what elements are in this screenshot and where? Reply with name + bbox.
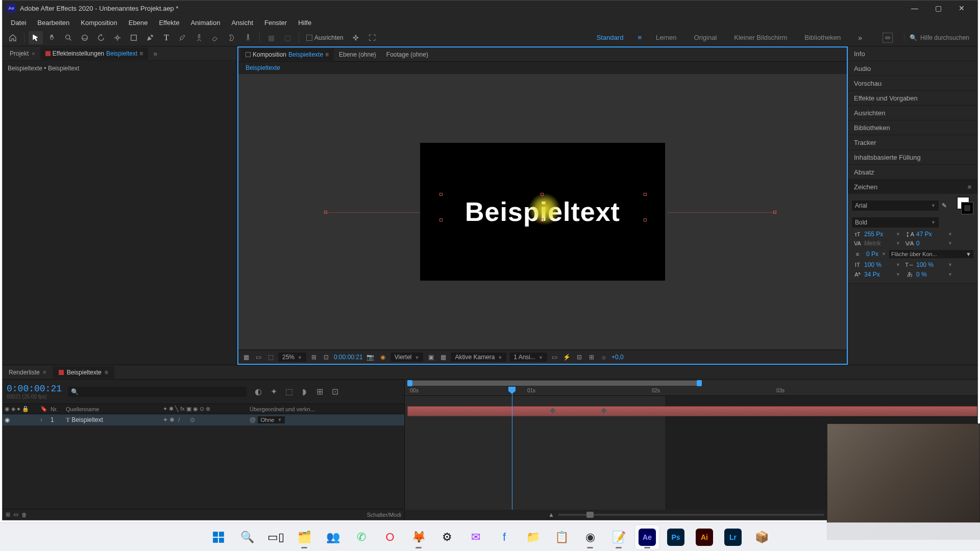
alpha-toggle[interactable]: ▦ <box>241 353 251 361</box>
puppet-tool[interactable] <box>241 31 255 44</box>
time-ruler[interactable]: :00s 01s 02s 03s <box>405 387 977 396</box>
tl-shy-toggle[interactable]: ◐ <box>253 386 264 397</box>
menu-ansicht[interactable]: Ansicht <box>226 17 258 28</box>
tsume-value[interactable]: 0 % <box>916 271 947 278</box>
mask-toggle[interactable]: ⬚ <box>266 353 275 361</box>
work-area-bar[interactable] <box>407 381 702 386</box>
col-nr[interactable]: Nr. <box>48 406 64 412</box>
home-tool[interactable] <box>6 31 20 44</box>
timeline-search[interactable]: 🔍 <box>68 387 247 397</box>
stroke-color-swatch[interactable] <box>961 202 973 214</box>
vscale-value[interactable]: 100 % <box>864 261 895 268</box>
parent-select[interactable]: Ohne▼ <box>258 416 285 423</box>
current-timecode[interactable]: 0:00:00:21 <box>7 384 62 394</box>
panel-absatz[interactable]: Absatz <box>848 165 977 179</box>
tl-delete[interactable]: 🗑 <box>21 512 27 518</box>
keyframe[interactable] <box>601 408 606 413</box>
hand-tool[interactable] <box>45 31 59 44</box>
zoom-out[interactable]: ▲ <box>548 511 554 518</box>
menu-ebene[interactable]: Ebene <box>124 17 153 28</box>
tab-renderliste[interactable]: Renderliste× <box>3 366 53 379</box>
layer-bar-1[interactable] <box>407 406 977 416</box>
task-view[interactable]: ▭▯ <box>263 525 288 549</box>
layer-visibility[interactable]: ◉ <box>5 416 10 423</box>
baseline-value[interactable]: 34 Px <box>864 271 895 278</box>
layer-expand[interactable]: › <box>40 416 42 423</box>
taskbar-obs[interactable]: ◉ <box>578 525 602 549</box>
tl-fx-toggle[interactable]: ✦ <box>268 386 279 397</box>
ws-biblio[interactable]: Bibliotheken <box>801 32 844 43</box>
selection-tool[interactable] <box>29 31 43 44</box>
taskbar-search[interactable]: 🔍 <box>235 525 259 549</box>
menu-effekte[interactable]: Effekte <box>154 17 184 28</box>
taskbar-firefox[interactable]: 🦊 <box>406 525 431 549</box>
ws-scope-icon[interactable]: ▭ <box>883 33 893 43</box>
brush-tool[interactable] <box>176 31 190 44</box>
tl-graph-editor[interactable]: ⊞ <box>314 386 325 397</box>
channel-toggle[interactable]: ▭ <box>254 353 263 361</box>
ws-overflow[interactable]: » <box>855 34 865 42</box>
camera-select[interactable]: Aktive Kamera▼ <box>451 353 506 362</box>
roto-tool[interactable] <box>225 31 239 44</box>
menu-datei[interactable]: Datei <box>6 17 31 28</box>
panel-content-aware[interactable]: Inhaltsbasierte Füllung <box>848 150 977 164</box>
taskbar-messenger[interactable]: ✉ <box>463 525 488 549</box>
taskbar-teams[interactable]: 👥 <box>321 525 345 549</box>
tab-timeline-comp[interactable]: Beispieltexte ≡ <box>53 366 114 379</box>
panel-tracker[interactable]: Tracker <box>848 135 977 149</box>
panel-info[interactable]: Info <box>848 46 977 61</box>
panel-vorschau[interactable]: Vorschau <box>848 76 977 90</box>
composition-viewport[interactable]: Beispieltext <box>238 74 847 349</box>
zoom-select[interactable]: 25%▼ <box>278 353 306 362</box>
taskbar-lr[interactable]: Lr <box>721 525 745 549</box>
taskbar-app3[interactable]: 📦 <box>749 525 774 549</box>
hscale-value[interactable]: 100 % <box>916 261 947 268</box>
taskbar-notepad[interactable]: 📝 <box>606 525 631 549</box>
tab-ebene[interactable]: Ebene (ohne) <box>334 48 381 61</box>
close-button[interactable]: ✕ <box>950 1 973 16</box>
taskbar-ps[interactable]: Ps <box>664 525 688 549</box>
fast-preview[interactable]: ⚡ <box>562 353 572 361</box>
col-parent[interactable]: Übergeordnet und verkn... <box>248 406 404 412</box>
col-name[interactable]: Quellenname <box>64 406 161 412</box>
parent-pickwhip[interactable]: @ <box>250 416 256 423</box>
keyframe[interactable] <box>550 408 555 413</box>
views-select[interactable]: 1 Ansi...▼ <box>509 353 547 362</box>
fill-swatch[interactable]: ▦ <box>264 31 278 44</box>
work-area-end[interactable] <box>697 380 702 386</box>
taskbar-app1[interactable]: ⚙ <box>435 525 459 549</box>
tab-komposition[interactable]: Komposition Beispieltexte ≡ <box>240 48 334 61</box>
roi-toggle[interactable]: ▣ <box>426 353 435 361</box>
font-size-value[interactable]: 255 Px <box>864 231 895 238</box>
clone-tool[interactable] <box>192 31 206 44</box>
tab-footage[interactable]: Footage (ohne) <box>381 48 433 61</box>
taskbar-explorer[interactable]: 🗂️ <box>292 525 316 549</box>
menu-komposition[interactable]: Komposition <box>76 17 122 28</box>
snapshot-button[interactable]: 📷 <box>366 353 375 361</box>
color-mgmt[interactable]: ◉ <box>378 353 387 361</box>
eraser-tool[interactable] <box>208 31 223 44</box>
comp-text-layer[interactable]: Beispieltext <box>465 196 620 227</box>
anchor-tool[interactable] <box>110 31 125 44</box>
tl-toggle-switches[interactable]: ⊞ <box>6 511 10 518</box>
transparency-grid[interactable]: ▦ <box>438 353 448 361</box>
taskbar-whatsapp[interactable]: ✆ <box>349 525 374 549</box>
panel-zeichen[interactable]: Zeichen≡ <box>848 180 977 194</box>
resolution-select[interactable]: Viertel▼ <box>390 353 424 362</box>
tracking-value[interactable]: 0 <box>916 240 947 247</box>
exposure-reset[interactable]: ☼ <box>599 353 608 361</box>
work-area-start[interactable] <box>407 380 412 386</box>
menu-hilfe[interactable]: Hilfe <box>293 17 316 28</box>
pixel-aspect[interactable]: ▭ <box>550 353 559 361</box>
taskbar-opera[interactable]: O <box>378 525 402 549</box>
snap-toggle[interactable]: Ausrichten <box>306 34 344 41</box>
current-time-indicator[interactable] <box>512 387 512 520</box>
tab-effekteinstellungen[interactable]: Effekteinstellungen Beispieltext ≡ <box>40 47 149 60</box>
panel-ausrichten[interactable]: Ausrichten <box>848 106 977 120</box>
viewer-timecode[interactable]: 0:00:00:21 <box>334 354 363 361</box>
panel-effekte-vorgaben[interactable]: Effekte und Vorgaben <box>848 91 977 105</box>
ws-lernen[interactable]: Lernen <box>653 32 679 43</box>
tl-brainstorm[interactable]: ⊡ <box>329 386 340 397</box>
tl-motion-blur[interactable]: ◗ <box>299 386 310 397</box>
stroke-width-value[interactable]: 0 Px <box>866 251 878 258</box>
